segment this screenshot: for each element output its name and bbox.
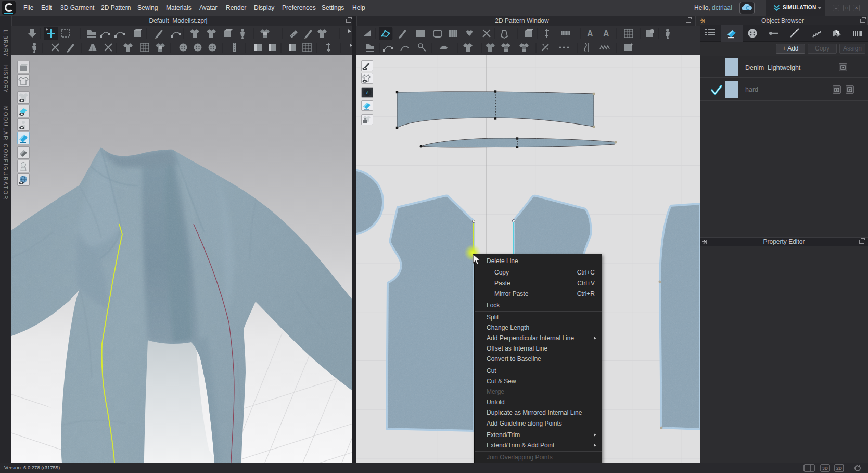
svg-text:3D: 3D [822,466,828,471]
svg-text:A: A [587,29,593,38]
svg-text:A: A [603,29,609,38]
svg-text:2D: 2D [836,466,842,471]
